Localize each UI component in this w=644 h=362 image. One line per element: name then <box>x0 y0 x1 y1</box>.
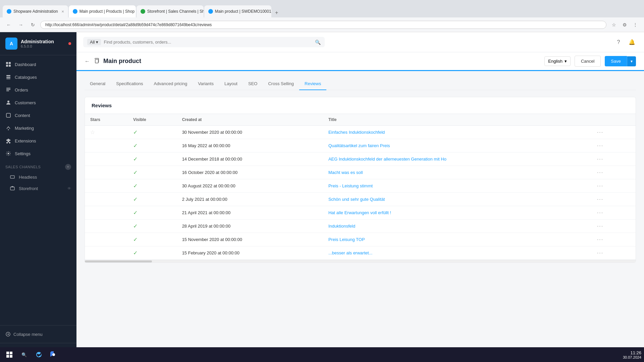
browser-tab-storefront[interactable]: Storefront | Sales Channels | Sh... ✕ <box>137 5 204 17</box>
scrollbar-thumb[interactable] <box>85 260 152 262</box>
cell-actions-3[interactable]: ··· <box>589 166 636 179</box>
tab-general[interactable]: General <box>85 78 111 90</box>
sidebar-item-catalogues[interactable]: Catalogues <box>0 71 76 83</box>
tab-specifications[interactable]: Specifications <box>111 78 148 90</box>
review-title-link[interactable]: Hat alle Erwartungen voll erfüllt ! <box>328 210 391 215</box>
tab-reviews[interactable]: Reviews <box>299 78 326 90</box>
row-actions-button[interactable]: ··· <box>594 209 606 216</box>
sidebar-item-extensions[interactable]: Extensions <box>0 134 76 147</box>
sidebar-item-dashboard[interactable]: Dashboard <box>0 58 76 71</box>
search-input[interactable] <box>104 40 312 45</box>
browser-tab-product[interactable]: Main product | Products | Shop ✕ <box>69 5 136 17</box>
reviews-table: Stars Visible Created at Title ☆✓30 Nove… <box>85 114 636 260</box>
review-title-link[interactable]: Einfaches Induktionskochfeld <box>328 130 385 135</box>
add-sales-channel-button[interactable]: + <box>65 164 71 170</box>
cell-title-4[interactable]: Preis - Leistung stimmt <box>323 179 589 193</box>
browser-tab-swdemo[interactable]: Main product | SWDEMO10001 ✕ <box>204 5 271 17</box>
back-navigation-button[interactable]: ← <box>85 58 90 64</box>
review-title-link[interactable]: Preis - Leistung stimmt <box>328 183 373 188</box>
address-bar[interactable]: http://localhost:666/admin#/sw/product/d… <box>40 21 606 29</box>
cell-title-0[interactable]: Einfaches Induktionskochfeld <box>323 126 589 139</box>
reviews-table-container[interactable]: Stars Visible Created at Title ☆✓30 Nove… <box>85 114 636 262</box>
row-actions-button[interactable]: ··· <box>594 156 606 163</box>
review-title-link[interactable]: ...besser als erwartet... <box>328 250 373 255</box>
menu-button[interactable]: ⋮ <box>631 20 640 29</box>
reload-button[interactable]: ↻ <box>28 20 38 29</box>
row-actions-button[interactable]: ··· <box>594 236 606 243</box>
row-actions-button[interactable]: ··· <box>594 142 606 149</box>
cell-created-at-2: 14 December 2018 at 00:00:00 <box>177 153 323 166</box>
taskbar-chrome[interactable] <box>47 349 60 361</box>
row-actions-button[interactable]: ··· <box>594 249 606 256</box>
tab-seo[interactable]: SEO <box>243 78 263 90</box>
review-title-link[interactable]: AEG Induktionskochfeld der allerneuesten… <box>328 157 446 162</box>
bookmark-button[interactable]: ☆ <box>609 20 619 29</box>
language-selector[interactable]: English ▾ <box>544 56 571 66</box>
review-title-link[interactable]: Schön und sehr gute Qualität <box>328 197 385 202</box>
cell-actions-7[interactable]: ··· <box>589 220 636 233</box>
forward-button[interactable]: → <box>16 20 25 29</box>
cell-title-1[interactable]: Qualitätsartikel zum fairen Preis <box>323 139 589 153</box>
close-tab-shopware[interactable]: ✕ <box>61 10 64 13</box>
taskbar-search[interactable]: 🔍 <box>17 349 31 361</box>
sidebar-item-storefront[interactable]: Storefront 👁 <box>0 183 76 194</box>
horizontal-scrollbar[interactable] <box>85 260 636 262</box>
notifications-button[interactable]: 🔔 <box>627 37 637 48</box>
time-display: 11:26 <box>623 350 641 355</box>
cell-stars-0: ☆ <box>85 126 128 139</box>
extensions-button[interactable]: ⚙ <box>620 20 629 29</box>
search-filter-dropdown[interactable]: All ▾ <box>87 39 101 45</box>
sidebar-item-content[interactable]: Content <box>0 109 76 122</box>
row-actions-button[interactable]: ··· <box>594 223 606 230</box>
tab-advanced-pricing[interactable]: Advanced pricing <box>148 78 193 90</box>
cell-actions-1[interactable]: ··· <box>589 139 636 153</box>
help-button[interactable]: ? <box>613 37 624 48</box>
cell-stars-6 <box>85 206 128 220</box>
cell-actions-2[interactable]: ··· <box>589 153 636 166</box>
cell-title-2[interactable]: AEG Induktionskochfeld der allerneuesten… <box>323 153 589 166</box>
review-title-link[interactable]: Qualitätsartikel zum fairen Preis <box>328 143 390 148</box>
sidebar-item-marketing[interactable]: Marketing <box>0 122 76 134</box>
tab-cross-selling[interactable]: Cross Selling <box>263 78 299 90</box>
cell-title-8[interactable]: Preis Leisung TOP <box>323 233 589 246</box>
cell-title-9[interactable]: ...besser als erwartet... <box>323 246 589 260</box>
cell-actions-6[interactable]: ··· <box>589 206 636 220</box>
row-actions-button[interactable]: ··· <box>594 182 606 189</box>
row-actions-button[interactable]: ··· <box>594 129 606 136</box>
sidebar-item-customers[interactable]: Customers <box>0 96 76 109</box>
taskbar-start[interactable] <box>3 349 16 361</box>
cell-title-7[interactable]: Induktionsfeld <box>323 220 589 233</box>
new-tab-button[interactable]: + <box>272 8 281 17</box>
review-title-link[interactable]: Macht was es soll <box>328 170 363 175</box>
cell-actions-5[interactable]: ··· <box>589 193 636 206</box>
row-actions-button[interactable]: ··· <box>594 196 606 203</box>
taskbar-edge[interactable] <box>32 349 46 361</box>
collapse-menu-button[interactable]: Collapse menu <box>5 329 71 339</box>
browser-tab-shopware[interactable]: Shopware Administration ✕ <box>3 5 68 17</box>
cell-actions-9[interactable]: ··· <box>589 246 636 260</box>
table-row: ☆✓30 November 2020 at 00:00:00Einfaches … <box>85 126 636 139</box>
page-header: ← Main product English ▾ Cancel Save ▾ <box>76 52 644 71</box>
cell-actions-0[interactable]: ··· <box>589 126 636 139</box>
review-title-link[interactable]: Induktionsfeld <box>328 224 355 229</box>
cell-title-3[interactable]: Macht was es soll <box>323 166 589 179</box>
save-dropdown-button[interactable]: ▾ <box>627 56 636 66</box>
copy-button[interactable] <box>94 58 99 64</box>
svg-rect-2 <box>6 65 8 67</box>
cell-actions-4[interactable]: ··· <box>589 179 636 193</box>
back-button[interactable]: ← <box>4 20 13 29</box>
product-tabs: General Specifications Advanced pricing … <box>85 78 636 90</box>
cell-title-6[interactable]: Hat alle Erwartungen voll erfüllt ! <box>323 206 589 220</box>
save-main-button[interactable]: Save <box>605 56 627 66</box>
sidebar-item-orders[interactable]: Orders <box>0 83 76 96</box>
svg-point-19 <box>52 353 55 356</box>
tab-layout[interactable]: Layout <box>219 78 243 90</box>
review-title-link[interactable]: Preis Leisung TOP <box>328 237 365 242</box>
sidebar-item-headless[interactable]: Headless <box>0 171 76 183</box>
cell-title-5[interactable]: Schön und sehr gute Qualität <box>323 193 589 206</box>
sidebar-item-settings[interactable]: Settings <box>0 147 76 160</box>
tab-variants[interactable]: Variants <box>193 78 219 90</box>
row-actions-button[interactable]: ··· <box>594 169 606 176</box>
cancel-button[interactable]: Cancel <box>575 56 601 67</box>
cell-actions-8[interactable]: ··· <box>589 233 636 246</box>
